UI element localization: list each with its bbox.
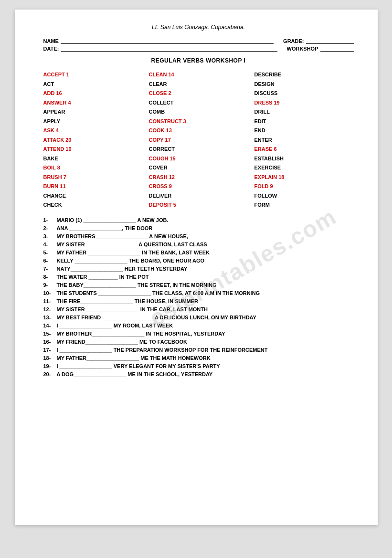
verb-col-1: ACCEPT 1ACTADD 16ANSWER 4APPEARAPPLYASK … xyxy=(43,71,143,211)
verb-item: EXERCISE xyxy=(254,164,354,172)
sentence-text: ANA __________________, THE DOOR xyxy=(57,225,153,231)
sentence-text: I __________________ THE PREPARATION WOR… xyxy=(57,347,268,353)
verb-item: COLLECT xyxy=(149,99,248,107)
verb-item: COPY 17 xyxy=(149,136,248,144)
verb-item: CONSTRUCT 3 xyxy=(149,117,248,126)
sentence-row: 20-A DOG__________________ ME IN THE SCH… xyxy=(43,371,354,377)
sentence-text: THE STUDENTS __________________ THE CLAS… xyxy=(57,290,260,296)
sentence-text: THE BABY__________________ THE STREET, I… xyxy=(57,282,217,288)
worksheet-page: eslprintables.com LE San Luis Gonzaga. C… xyxy=(15,10,378,525)
sentence-text: MY FATHER __________________ IN THE BANK… xyxy=(57,250,210,255)
verb-item: CRASH 12 xyxy=(149,173,248,181)
verb-item: ATTEND 10 xyxy=(43,145,143,153)
sentence-number: 16- xyxy=(43,339,57,345)
sentences-section: 1-MARIO (1) __________________ A NEW JOB… xyxy=(43,217,354,377)
grade-label: GRADE: xyxy=(283,38,304,44)
verb-item: BOIL 8 xyxy=(43,164,143,172)
verb-col-3: DESCRIBEDESIGNDISCUSSDRESS 19DRILLEDITEN… xyxy=(254,71,354,211)
sentence-text: A DOG__________________ ME IN THE SCHOOL… xyxy=(57,371,213,377)
verb-item: COOK 13 xyxy=(149,126,248,135)
verb-item: DISCUSS xyxy=(254,89,354,97)
sentence-number: 9- xyxy=(43,282,57,288)
sentence-text: MY BROTHER__________________ IN THE HOSP… xyxy=(57,331,225,337)
verb-item: DESCRIBE xyxy=(254,71,354,79)
verb-item: CORRECT xyxy=(149,145,248,153)
verb-item: CROSS 9 xyxy=(149,182,248,190)
sentence-row: 8-THE WATER __________ IN THE POT xyxy=(43,274,354,280)
sentence-text: I __________________ VERY ELEGANT FOR MY… xyxy=(57,363,220,369)
verb-item: EDIT xyxy=(254,117,354,126)
sentence-text: MY BROTHERS__________________ A NEW HOUS… xyxy=(57,233,188,239)
sentence-text: MY SISTER __________________ IN THE CAR,… xyxy=(57,306,208,312)
verb-item: ENTER xyxy=(254,136,354,144)
sentence-row: 17-I __________________ THE PREPARATION … xyxy=(43,347,354,353)
sentence-number: 14- xyxy=(43,323,57,328)
sentence-number: 5- xyxy=(43,250,57,255)
sentence-number: 8- xyxy=(43,274,57,280)
verb-item: DELIVER xyxy=(149,192,248,200)
sentence-row: 7-NATY__________________ HER TEETH YESTE… xyxy=(43,266,354,272)
sentence-number: 11- xyxy=(43,298,57,304)
sentence-text: I __________________ MY ROOM, LAST WEEK xyxy=(57,323,173,328)
verb-item: ACT xyxy=(43,80,143,88)
name-line xyxy=(61,43,274,44)
verb-item: FOLD 9 xyxy=(254,182,354,190)
verb-item: DEPOSIT 5 xyxy=(149,201,248,209)
school-name: LE San Luis Gonzaga. Copacabana. xyxy=(43,24,354,31)
header-fields: NAME GRADE: DATE: WORKSHOP xyxy=(43,38,354,52)
verb-item: ADD 16 xyxy=(43,89,143,97)
sentence-row: 14-I __________________ MY ROOM, LAST WE… xyxy=(43,323,354,328)
sentence-number: 13- xyxy=(43,315,57,320)
verb-item: ESTABLISH xyxy=(254,155,354,163)
verb-item: ERASE 6 xyxy=(254,145,354,153)
sentence-row: 5-MY FATHER __________________ IN THE BA… xyxy=(43,250,354,255)
sentence-row: 13-MY BEST FRIEND__________________ A DE… xyxy=(43,315,354,320)
sentence-number: 4- xyxy=(43,242,57,247)
verb-item: COUGH 15 xyxy=(149,155,248,163)
sentence-number: 18- xyxy=(43,355,57,361)
sentence-number: 20- xyxy=(43,371,57,377)
workshop-label: WORKSHOP xyxy=(287,46,318,52)
sentence-row: 6-KELLY __________________ THE BOARD, ON… xyxy=(43,258,354,263)
verb-item: BURN 11 xyxy=(43,182,143,190)
worksheet-title: REGULAR VERBS WORKSHOP I xyxy=(43,57,354,64)
verb-item: COMB xyxy=(149,108,248,116)
name-row: NAME GRADE: xyxy=(43,38,354,44)
verb-col-2: CLEAN 14CLEARCLOSE 2COLLECTCOMBCONSTRUCT… xyxy=(149,71,248,211)
sentence-text: MY BEST FRIEND__________________ A DELIC… xyxy=(57,315,256,320)
sentence-row: 12-MY SISTER __________________ IN THE C… xyxy=(43,306,354,312)
verb-item: ATTACK 20 xyxy=(43,136,143,144)
sentence-row: 19-I __________________ VERY ELEGANT FOR… xyxy=(43,363,354,369)
sentence-number: 7- xyxy=(43,266,57,272)
date-line xyxy=(61,51,277,52)
sentence-number: 3- xyxy=(43,233,57,239)
sentence-text: MY FATHER__________________ ME THE MATH … xyxy=(57,355,211,361)
sentence-row: 11-THE FIRE__________________ THE HOUSE,… xyxy=(43,298,354,304)
name-label: NAME xyxy=(43,38,59,44)
verb-item: CHANGE xyxy=(43,192,143,200)
verb-item: CHECK xyxy=(43,201,143,209)
verb-item: FOLLOW xyxy=(254,192,354,200)
verb-item: DRESS 19 xyxy=(254,99,354,107)
verb-item: DESIGN xyxy=(254,80,354,88)
sentence-row: 10-THE STUDENTS __________________ THE C… xyxy=(43,290,354,296)
sentence-row: 16-MY FRIEND__________________ ME TO FAC… xyxy=(43,339,354,345)
sentence-number: 17- xyxy=(43,347,57,353)
sentence-row: 9-THE BABY__________________ THE STREET,… xyxy=(43,282,354,288)
sentence-number: 19- xyxy=(43,363,57,369)
sentence-number: 1- xyxy=(43,217,57,223)
verb-item: DRILL xyxy=(254,108,354,116)
date-row: DATE: WORKSHOP xyxy=(43,46,354,52)
verb-item: ASK 4 xyxy=(43,126,143,135)
sentence-row: 1-MARIO (1) __________________ A NEW JOB… xyxy=(43,217,354,223)
sentence-number: 2- xyxy=(43,225,57,231)
sentence-number: 10- xyxy=(43,290,57,296)
verb-columns: ACCEPT 1ACTADD 16ANSWER 4APPEARAPPLYASK … xyxy=(43,71,354,211)
verb-item: FORM xyxy=(254,201,354,209)
workshop-line xyxy=(320,51,354,52)
sentence-row: 15-MY BROTHER__________________ IN THE H… xyxy=(43,331,354,337)
sentence-text: NATY__________________ HER TEETH YESTERD… xyxy=(57,266,188,272)
sentence-row: 2-ANA __________________, THE DOOR xyxy=(43,225,354,231)
verb-item: BAKE xyxy=(43,155,143,163)
sentence-number: 12- xyxy=(43,306,57,312)
